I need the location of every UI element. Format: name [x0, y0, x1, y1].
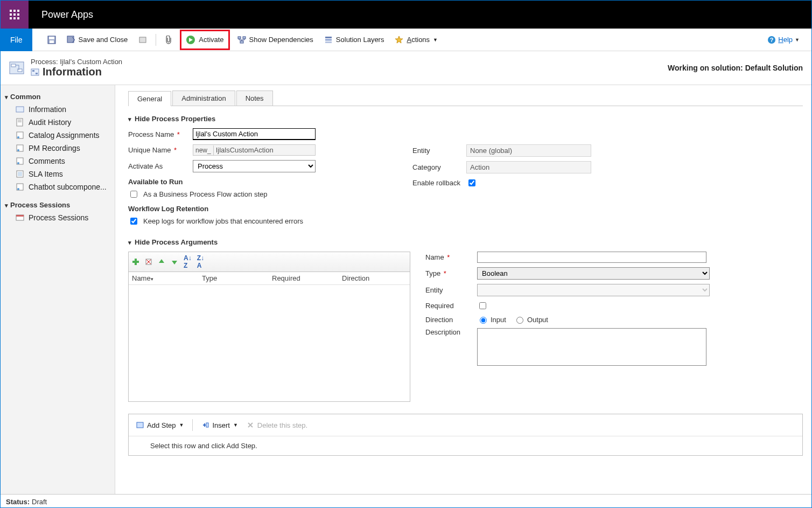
- col-type[interactable]: Type: [202, 274, 272, 282]
- actions-label: Actions: [407, 36, 430, 44]
- tab-notes[interactable]: Notes: [236, 91, 273, 106]
- step-designer: Add Step ▼ Insert ▼ Delete this step. Se…: [128, 414, 803, 456]
- chevron-down-icon: ▼: [233, 422, 238, 428]
- svg-rect-6: [10, 17, 12, 19]
- nav-item-information[interactable]: Information: [1, 103, 115, 116]
- delete-step-icon: [247, 421, 254, 429]
- record-icon: [31, 68, 39, 76]
- apply-icon: [138, 36, 147, 44]
- svg-rect-31: [17, 119, 23, 126]
- solution-layers-button[interactable]: Solution Layers: [320, 31, 389, 48]
- label-unique-name: Unique Name *: [128, 146, 193, 154]
- section-process-properties[interactable]: Hide Process Properties: [128, 115, 803, 123]
- checkbox-bpf-step[interactable]: [130, 191, 137, 198]
- nav-section-process-sessions[interactable]: Process Sessions: [1, 199, 115, 211]
- args-sort-za-button[interactable]: Z↓A: [197, 254, 204, 269]
- caret-icon: [128, 238, 131, 246]
- nav-item-pm-recordings[interactable]: PM Recordings: [1, 142, 115, 155]
- app-launcher-button[interactable]: [1, 1, 29, 29]
- label-arg-required: Required: [425, 302, 477, 310]
- separator: [156, 34, 156, 46]
- args-add-button[interactable]: [132, 254, 139, 269]
- status-value: Draft: [32, 498, 47, 506]
- insert-icon: [201, 421, 209, 429]
- help-link[interactable]: ? Help ▼: [763, 31, 804, 48]
- input-arg-name[interactable]: [477, 252, 706, 263]
- radio-direction-input-wrap[interactable]: Input: [477, 315, 506, 324]
- label-activate-as: Activate As: [128, 162, 193, 170]
- select-arg-entity: [477, 284, 710, 296]
- svg-rect-2: [17, 10, 19, 12]
- save-close-label: Save and Close: [79, 36, 128, 44]
- args-delete-button[interactable]: [145, 254, 152, 269]
- page-header: Process: Ijlal's Custom Action Informati…: [1, 51, 811, 85]
- input-process-name[interactable]: [193, 128, 316, 140]
- svg-rect-41: [18, 172, 22, 176]
- page-title: Information: [43, 66, 102, 78]
- svg-rect-26: [18, 69, 22, 72]
- nav-item-catalog-assignments[interactable]: Catalog Assignments: [1, 129, 115, 142]
- tab-general[interactable]: General: [128, 91, 171, 106]
- save-close-button[interactable]: Save and Close: [62, 31, 132, 48]
- show-dependencies-label: Show Dependencies: [249, 36, 313, 44]
- radio-direction-output[interactable]: [516, 317, 523, 324]
- args-movedown-button[interactable]: [171, 254, 178, 269]
- args-sort-az-button[interactable]: A↓Z: [184, 254, 192, 269]
- comment-icon: [16, 157, 24, 165]
- nav-item-process-sessions[interactable]: Process Sessions: [1, 211, 115, 224]
- svg-rect-25: [11, 64, 16, 67]
- checkbox-keep-logs[interactable]: [130, 218, 137, 225]
- attach-button[interactable]: [160, 31, 177, 48]
- select-activate-as[interactable]: Process: [193, 160, 316, 172]
- show-dependencies-button[interactable]: Show Dependencies: [233, 31, 318, 48]
- nav-section-common[interactable]: Common: [1, 91, 115, 103]
- svg-point-43: [17, 188, 19, 190]
- step-hint[interactable]: Select this row and click Add Step.: [129, 436, 802, 455]
- save-button[interactable]: [43, 31, 60, 48]
- textarea-arg-description[interactable]: [477, 328, 706, 366]
- args-table-body[interactable]: [129, 285, 410, 401]
- working-on-solution: Working on solution: Default Solution: [668, 64, 803, 72]
- checkbox-arg-required[interactable]: [479, 302, 486, 309]
- tab-administration[interactable]: Administration: [172, 91, 235, 106]
- activate-button[interactable]: Activate: [180, 30, 229, 50]
- svg-rect-20: [325, 41, 332, 43]
- activate-label: Activate: [199, 36, 223, 44]
- col-direction[interactable]: Direction: [342, 274, 407, 282]
- caret-icon: [128, 115, 131, 123]
- svg-rect-24: [10, 62, 24, 74]
- col-name[interactable]: Name▾: [132, 274, 202, 282]
- svg-rect-45: [16, 215, 24, 217]
- radio-direction-input[interactable]: [480, 317, 487, 324]
- label-keep-logs: Keep logs for workflow jobs that encount…: [143, 217, 303, 225]
- svg-point-35: [17, 136, 19, 138]
- process-icon: [8, 59, 25, 76]
- left-nav: Common Information Audit History Catalog…: [1, 85, 115, 494]
- print-button[interactable]: [134, 31, 151, 48]
- svg-rect-19: [325, 39, 332, 40]
- nav-item-comments[interactable]: Comments: [1, 155, 115, 168]
- checkbox-enable-rollback[interactable]: [468, 179, 475, 186]
- insert-step-button[interactable]: Insert ▼: [199, 416, 240, 434]
- svg-rect-47: [132, 261, 139, 263]
- activate-icon: [186, 35, 195, 45]
- col-required[interactable]: Required: [272, 274, 342, 282]
- section-process-arguments[interactable]: Hide Process Arguments: [128, 238, 803, 246]
- args-moveup-button[interactable]: [158, 254, 165, 269]
- paperclip-icon: [165, 36, 172, 44]
- select-arg-type[interactable]: Boolean: [477, 267, 710, 280]
- layers-icon: [324, 36, 333, 44]
- svg-text:?: ?: [770, 37, 774, 43]
- actions-menu[interactable]: Actions ▼: [390, 31, 442, 48]
- svg-rect-8: [17, 17, 19, 19]
- nav-item-chatbot-subcomponents[interactable]: Chatbot subcompone...: [1, 180, 115, 193]
- save-icon: [47, 36, 56, 44]
- nav-item-audit-history[interactable]: Audit History: [1, 116, 115, 129]
- radio-direction-output-wrap[interactable]: Output: [514, 315, 548, 324]
- status-bar: Status: Draft: [1, 494, 811, 508]
- add-step-button[interactable]: Add Step ▼: [134, 416, 186, 434]
- chevron-down-icon: ▼: [795, 37, 800, 43]
- help-label: Help: [778, 36, 793, 44]
- nav-item-sla-items[interactable]: SLA Items: [1, 168, 115, 180]
- file-tab[interactable]: File: [1, 29, 32, 51]
